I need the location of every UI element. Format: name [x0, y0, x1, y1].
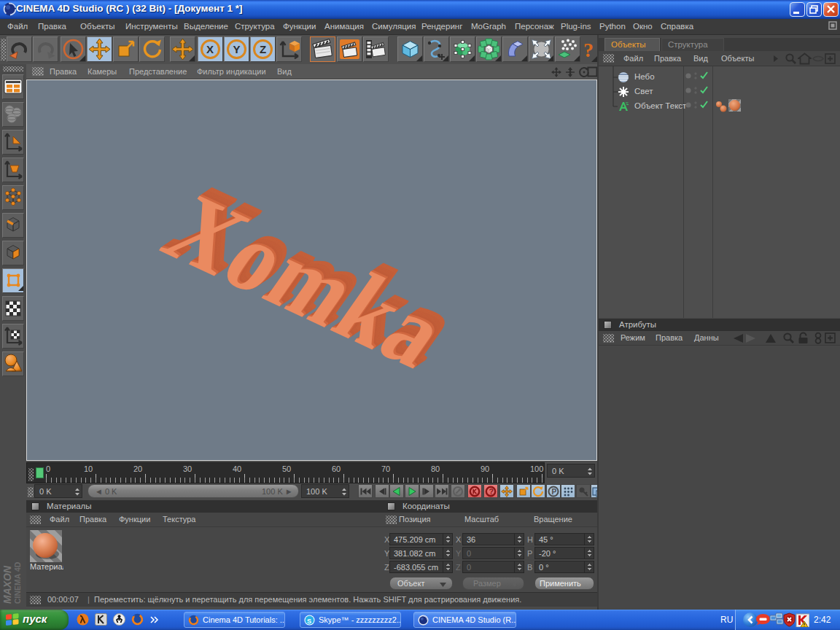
svg-text:Z: Z — [260, 43, 266, 55]
svg-text:?: ? — [489, 487, 493, 496]
svg-text:0: 0 — [46, 464, 50, 473]
svg-text:X: X — [206, 43, 214, 55]
svg-text:20: 20 — [133, 464, 142, 473]
svg-text:90: 90 — [481, 464, 489, 473]
svg-text:70: 70 — [381, 464, 390, 473]
svg-text:30: 30 — [183, 464, 192, 473]
svg-text:60: 60 — [332, 464, 341, 473]
svg-text:P: P — [551, 488, 556, 496]
svg-text:S: S — [307, 618, 311, 625]
svg-text:80: 80 — [431, 464, 440, 473]
svg-text:?: ? — [583, 39, 594, 61]
svg-text:10: 10 — [84, 464, 93, 473]
svg-text:50: 50 — [282, 464, 291, 473]
svg-text:Y: Y — [233, 43, 241, 55]
svg-text:100: 100 — [530, 464, 543, 473]
svg-text:40: 40 — [233, 464, 241, 473]
